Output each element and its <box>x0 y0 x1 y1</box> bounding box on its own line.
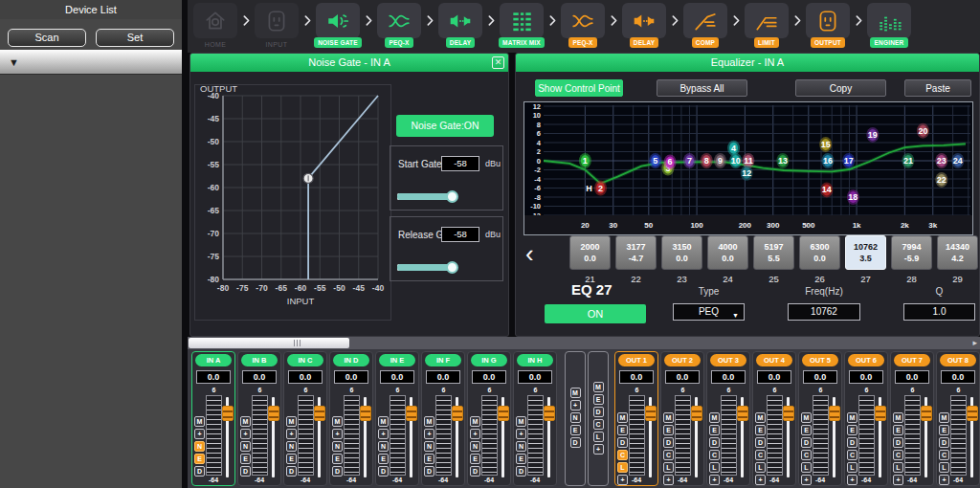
channel-button-in-c-d[interactable]: D <box>286 466 297 477</box>
fader-handle[interactable] <box>783 406 794 421</box>
channel-button-in-a-d[interactable]: D <box>194 466 205 477</box>
channel-button-in-d-plus[interactable]: + <box>332 429 343 439</box>
channel-gain-value[interactable]: 0.0 <box>380 370 414 384</box>
channel-button-in-f-e[interactable]: E <box>424 454 434 464</box>
channel-gain-value[interactable]: 0.0 <box>757 370 791 384</box>
toolbar-item-output[interactable]: OUTPUT <box>806 3 850 48</box>
channel-button-in-h-d[interactable]: D <box>516 466 526 477</box>
channel-button-out-7-c[interactable]: C <box>893 450 903 460</box>
close-icon[interactable]: ✕ <box>492 56 504 69</box>
channel-button-out-1-l[interactable]: L <box>617 462 628 473</box>
channel-button-out-3-d[interactable]: D <box>709 437 720 448</box>
channel-button-in-e-plus[interactable]: + <box>378 429 389 439</box>
channel-button-out-master-plus[interactable]: + <box>593 444 604 455</box>
channel-button-out-6-c[interactable]: C <box>847 450 858 460</box>
fader-handle[interactable] <box>544 406 555 421</box>
channel-strip-in-a[interactable]: IN A 0.0 6 M+NED-64 <box>191 351 235 486</box>
channel-button-out-1-c[interactable]: C <box>617 450 628 460</box>
channel-button-out-master-e[interactable]: E <box>593 394 604 405</box>
channel-button-in-h-m[interactable]: M <box>516 416 526 427</box>
channel-strip-out-2[interactable]: OUT 2 0.0 6 MEDCL+-64 <box>660 351 704 486</box>
band-scroll-left-icon[interactable]: ‹ <box>525 241 534 266</box>
channel-strip-out-1[interactable]: OUT 1 0.0 6 MEDCL+-64 <box>614 351 658 486</box>
channel-button-out-7-e[interactable]: E <box>893 425 903 435</box>
channel-button-in-c-n[interactable]: N <box>286 441 297 452</box>
equalizer-response-chart[interactable]: 121086420-2-4-6-8-10-1220305010020030050… <box>523 101 973 235</box>
band-cell-24[interactable]: 40000.0 <box>707 235 748 270</box>
channel-button-in-h-n[interactable]: N <box>516 441 526 452</box>
channel-gain-value[interactable]: 0.0 <box>242 370 277 384</box>
channel-strip-in-e[interactable]: IN E 0.0 6 M+NED-64 <box>375 351 419 486</box>
channel-button-in-h-e[interactable]: E <box>516 454 526 464</box>
channel-strip-in-b[interactable]: IN B 0.0 6 M+NED-64 <box>237 351 281 486</box>
channel-button-in-c-m[interactable]: M <box>286 416 297 427</box>
channel-gain-value[interactable]: 0.0 <box>472 370 506 384</box>
channel-gain-value[interactable]: 0.0 <box>665 370 700 384</box>
toolbar-item-home[interactable]: HOME <box>193 3 237 48</box>
channel-gain-value[interactable]: 0.0 <box>196 370 231 384</box>
toolbar-item-matrix-mix[interactable]: MATRIX MIX <box>500 3 544 48</box>
band-cell-25[interactable]: 51975.5 <box>753 235 794 270</box>
toolbar-item-enginer[interactable]: ENGINER <box>867 3 911 48</box>
channel-button-out-3-m[interactable]: M <box>709 412 720 423</box>
fader-handle[interactable] <box>314 406 325 421</box>
fader-handle[interactable] <box>645 406 657 421</box>
channel-button-in-e-d[interactable]: D <box>378 466 389 477</box>
channel-button-out-8-e[interactable]: E <box>939 425 949 435</box>
copy-button[interactable]: Copy <box>795 79 886 97</box>
channel-button-in-a-plus[interactable]: + <box>194 429 205 439</box>
channel-button-in-g-e[interactable]: E <box>470 454 480 464</box>
channel-button-in-c-e[interactable]: E <box>286 454 297 464</box>
channel-gain-value[interactable]: 0.0 <box>518 370 552 384</box>
toolbar-item-noise-gate[interactable]: NOISE GATE <box>316 3 360 48</box>
channel-button-in-master-d[interactable]: D <box>570 437 581 448</box>
channel-gain-value[interactable]: 0.0 <box>895 370 929 384</box>
channel-label[interactable]: IN E <box>379 354 415 366</box>
band-cell-26[interactable]: 63000.0 <box>799 235 840 270</box>
channel-label[interactable]: OUT 7 <box>894 354 930 366</box>
channel-strip-in-g[interactable]: IN G 0.0 6 M+NED-64 <box>467 351 511 486</box>
band-cell-22[interactable]: 3177-4.7 <box>615 235 657 270</box>
channel-button-out-5-e[interactable]: E <box>801 425 812 435</box>
channel-label[interactable]: IN C <box>287 354 323 366</box>
channel-label[interactable]: OUT 3 <box>710 354 746 366</box>
channel-strip-in-d[interactable]: IN D 0.0 6 M+NED-64 <box>329 351 373 486</box>
channel-button-in-d-m[interactable]: M <box>332 416 343 427</box>
channel-strip-out-3[interactable]: OUT 3 0.0 6 MEDCL+-64 <box>706 351 750 486</box>
channel-label[interactable]: OUT 4 <box>756 354 792 366</box>
bypass-all-button[interactable]: Bypass All <box>657 79 747 97</box>
fader-handle[interactable] <box>691 406 702 421</box>
mixer-scrollbar-thumb[interactable] <box>189 338 349 348</box>
channel-button-out-4-c[interactable]: C <box>755 450 766 460</box>
channel-button-out-master-m[interactable]: M <box>593 382 604 392</box>
channel-button-out-6-d[interactable]: D <box>847 437 858 448</box>
channel-label[interactable]: IN F <box>425 354 461 366</box>
channel-strip-in-h[interactable]: IN H 0.0 6 M+NED-64 <box>513 351 557 486</box>
start-gate-slider-thumb[interactable] <box>446 190 458 203</box>
band-cell-28[interactable]: 7994-5.9 <box>891 235 932 270</box>
channel-gain-value[interactable]: 0.0 <box>334 370 368 384</box>
fader-handle[interactable] <box>829 406 840 421</box>
toolbar-item-input[interactable]: INPUT <box>255 3 299 48</box>
show-control-point-button[interactable]: Show Control Point <box>535 79 623 97</box>
channel-button-out-1-d[interactable]: D <box>617 437 628 448</box>
channel-button-in-master-m[interactable]: M <box>570 388 581 398</box>
channel-strip-in-f[interactable]: IN F 0.0 6 M+NED-64 <box>421 351 465 486</box>
toolbar-item-peq-x[interactable]: PEQ-X <box>561 3 605 48</box>
channel-gain-value[interactable]: 0.0 <box>711 370 746 384</box>
device-dropdown-bar[interactable]: ▼ <box>0 50 182 75</box>
channel-gain-value[interactable]: 0.0 <box>426 370 460 384</box>
channel-button-in-f-m[interactable]: M <box>424 416 434 427</box>
channel-button-out-1-m[interactable]: M <box>617 412 628 423</box>
toolbar-item-peq-x[interactable]: PEQ-X <box>377 3 421 48</box>
band-cell-27[interactable]: 107623.5 <box>845 235 886 270</box>
channel-button-in-d-n[interactable]: N <box>332 441 343 452</box>
channel-strip-out-5[interactable]: OUT 5 0.0 6 MEDCL+-64 <box>798 351 842 486</box>
fader-handle[interactable] <box>360 406 371 421</box>
channel-button-in-g-n[interactable]: N <box>470 441 480 452</box>
channel-button-in-f-plus[interactable]: + <box>424 429 434 439</box>
fader-handle[interactable] <box>875 406 886 421</box>
channel-button-in-e-e[interactable]: E <box>378 454 389 464</box>
band-cell-23[interactable]: 31500.0 <box>661 235 702 270</box>
channel-button-out-3-e[interactable]: E <box>709 425 720 435</box>
